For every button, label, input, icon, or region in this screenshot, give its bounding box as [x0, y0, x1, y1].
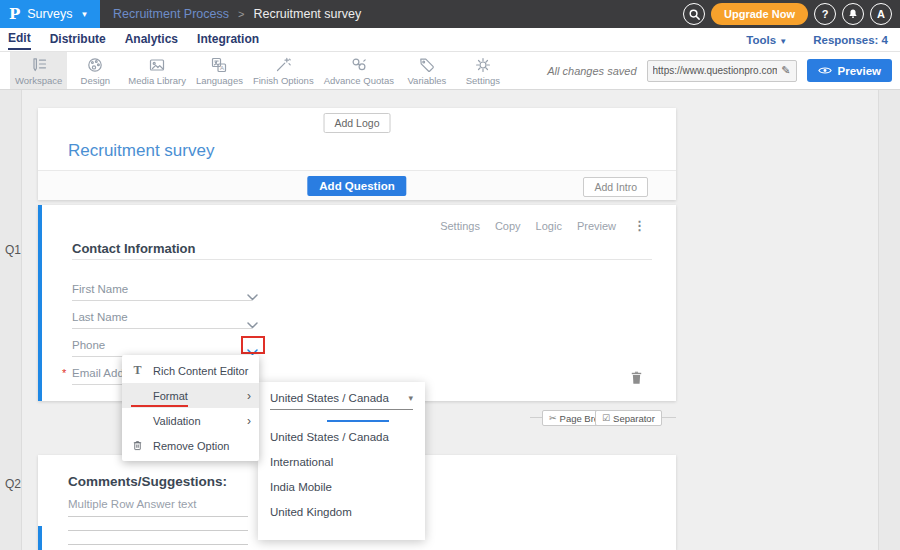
menu-item-label: Remove Option [153, 440, 229, 452]
breadcrumb-current: Recruitment survey [253, 7, 361, 21]
chevron-right-icon: › [247, 389, 251, 403]
question-preview-link[interactable]: Preview [577, 220, 616, 232]
add-question-button[interactable]: Add Question [307, 176, 406, 196]
field-chevron-first-name[interactable] [247, 287, 258, 305]
select-caret-icon: ▾ [408, 393, 413, 403]
search-button[interactable] [683, 3, 705, 25]
toolbar-item-label: Variables [407, 75, 446, 86]
tools-menu[interactable]: Tools ▼ [746, 34, 787, 46]
magic-wand-icon [274, 55, 292, 74]
help-button[interactable]: ? [814, 3, 836, 25]
delete-question-button[interactable] [630, 370, 643, 389]
toolbar-item-label: Media Library [128, 75, 186, 86]
tab-distribute[interactable]: Distribute [50, 30, 106, 49]
field-label-last-name[interactable]: Last Name [72, 311, 128, 323]
add-intro-button[interactable]: Add Intro [583, 177, 648, 197]
question-actions: Settings Copy Logic Preview ⋮ [440, 218, 646, 233]
answer-underline [68, 516, 248, 517]
tab-edit[interactable]: Edit [8, 29, 31, 50]
toolbar-item-media-library[interactable]: Media Library [123, 52, 191, 89]
tab-integration[interactable]: Integration [197, 30, 259, 49]
svg-text:A: A [220, 65, 224, 71]
format-option-international[interactable]: International [270, 456, 333, 468]
add-logo-button[interactable]: Add Logo [324, 113, 391, 133]
toolbar-item-label: Design [81, 75, 111, 86]
tag-icon [418, 55, 436, 74]
top-navbar: P Surveys ▼ Recruitment Process > Recrui… [0, 0, 900, 28]
survey-title[interactable]: Recruitment survey [68, 141, 214, 161]
toolbar-item-advance-quotas[interactable]: Advance Quotas [319, 52, 399, 89]
question-title[interactable]: Comments/Suggestions: [68, 474, 227, 489]
separator-button[interactable]: ☑ Separator [595, 410, 662, 426]
toolbar-item-finish-options[interactable]: Finish Options [248, 52, 319, 89]
question-title[interactable]: Contact Information [72, 241, 196, 256]
survey-url-field[interactable]: https://www.questionpro.com/t/APNrFZ ✎ [647, 60, 797, 82]
topbar-actions: Upgrade Now ? A [683, 3, 900, 25]
format-option-united-kingdom[interactable]: United Kingdom [270, 506, 352, 518]
help-icon: ? [822, 8, 829, 20]
question-settings-link[interactable]: Settings [440, 220, 480, 232]
separator-icon: ☑ [602, 413, 610, 423]
option-context-menu: T Rich Content Editor Format › Validatio… [122, 355, 259, 461]
answer-underline [68, 530, 248, 531]
format-select-value: United States / Canada [270, 392, 389, 404]
tab-analytics[interactable]: Analytics [125, 30, 178, 49]
questionpro-survey-editor: P Surveys ▼ Recruitment Process > Recrui… [0, 0, 900, 550]
image-icon [148, 55, 166, 74]
trash-icon [630, 370, 643, 385]
survey-header-card: Add Logo Recruitment survey Add Question… [38, 108, 676, 200]
menu-item-rich-content-editor[interactable]: T Rich Content Editor [122, 358, 259, 383]
format-submenu: United States / Canada ▾ United States /… [258, 382, 425, 540]
required-asterisk: * [62, 367, 66, 379]
toolbar-item-languages[interactable]: A Languages [191, 52, 248, 89]
field-underline [72, 328, 252, 329]
toolbar-item-design[interactable]: Design [67, 52, 123, 89]
field-label-first-name[interactable]: First Name [72, 283, 128, 295]
surveys-menu[interactable]: P Surveys ▼ [0, 0, 100, 28]
chain-links-icon [350, 55, 368, 74]
question-logic-link[interactable]: Logic [536, 220, 562, 232]
toolbar-item-variables[interactable]: Variables [399, 52, 455, 89]
toolbar-item-label: Settings [466, 75, 500, 86]
chevron-down-icon: ▼ [80, 10, 88, 19]
format-option-us-canada[interactable]: United States / Canada [270, 431, 389, 443]
preview-button[interactable]: Preview [807, 59, 892, 82]
breadcrumb-parent[interactable]: Recruitment Process [113, 7, 229, 21]
question-number-q1: Q1 [0, 243, 26, 257]
eye-icon [818, 66, 832, 75]
upgrade-now-button[interactable]: Upgrade Now [711, 3, 808, 25]
edit-pencil-icon[interactable]: ✎ [781, 64, 790, 77]
save-status: All changes saved [547, 65, 636, 77]
question-number-q2: Q2 [0, 477, 26, 491]
right-gutter [878, 90, 900, 550]
menu-item-format[interactable]: Format › [122, 383, 259, 408]
notifications-button[interactable] [842, 3, 864, 25]
question-selected-border [38, 526, 42, 550]
account-button[interactable]: A [870, 3, 892, 25]
field-label-phone[interactable]: Phone [72, 339, 105, 351]
menu-item-remove-option[interactable]: Remove Option [122, 433, 259, 458]
multirow-answer-placeholder[interactable]: Multiple Row Answer text [68, 498, 196, 510]
palette-icon [86, 55, 104, 74]
responses-link[interactable]: Responses: 4 [813, 34, 888, 46]
field-chevron-last-name[interactable] [247, 315, 258, 333]
chevron-right-icon: › [247, 414, 251, 428]
tools-label: Tools [746, 34, 776, 46]
question-copy-link[interactable]: Copy [495, 220, 521, 232]
toolbar-item-label: Workspace [15, 75, 62, 86]
annotation-red-underline [131, 405, 188, 407]
kebab-menu-icon[interactable]: ⋮ [633, 218, 646, 233]
translate-icon: A [210, 55, 228, 74]
upgrade-now-label: Upgrade Now [724, 8, 795, 20]
bell-icon [847, 8, 859, 20]
toolbar-item-settings[interactable]: Settings [455, 52, 511, 89]
format-select[interactable]: United States / Canada ▾ [270, 392, 413, 410]
separator-label: Separator [613, 413, 655, 424]
menu-item-validation[interactable]: Validation › [122, 408, 259, 433]
format-option-india-mobile[interactable]: India Mobile [270, 481, 332, 493]
avatar: A [877, 8, 885, 20]
toolbar-item-label: Finish Options [253, 75, 314, 86]
toolbar-item-workspace[interactable]: Workspace [10, 52, 67, 89]
search-icon [688, 8, 701, 21]
product-label: Surveys [27, 7, 72, 21]
